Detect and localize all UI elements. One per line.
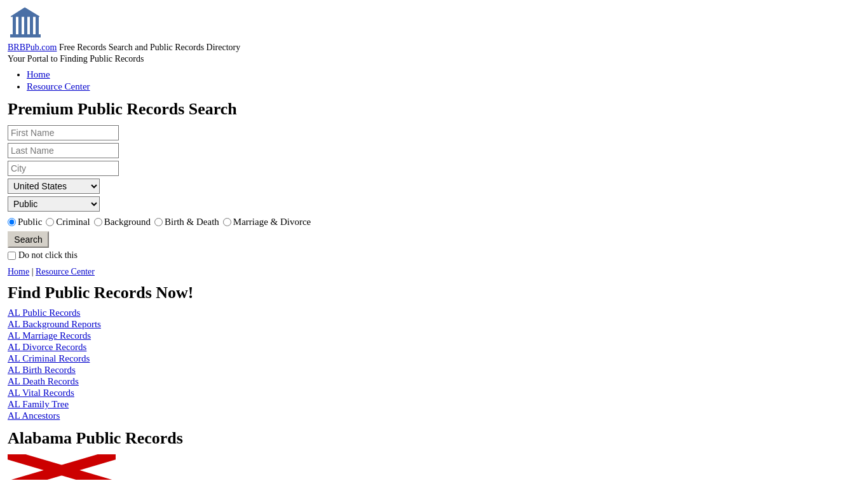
list-item: AL Marriage Records: [8, 330, 860, 341]
main-nav: Home Resource Center: [8, 69, 860, 92]
svg-rect-3: [24, 17, 27, 34]
nav-item-home: Home: [27, 69, 860, 80]
search-button[interactable]: Search: [8, 231, 49, 248]
link-al-marriage-records[interactable]: AL Marriage Records: [8, 330, 91, 341]
do-not-click-checkbox[interactable]: [8, 252, 16, 260]
find-heading: Find Public Records Now!: [8, 283, 860, 302]
svg-rect-2: [18, 17, 22, 34]
radio-birth-death[interactable]: [154, 218, 163, 226]
link-al-family-tree[interactable]: AL Family Tree: [8, 399, 69, 409]
first-name-input[interactable]: [8, 125, 119, 140]
radio-label-birth-death[interactable]: Birth & Death: [154, 217, 219, 227]
radio-marriage-divorce[interactable]: [223, 218, 231, 226]
radio-label-background[interactable]: Background: [94, 217, 151, 227]
list-item: AL Criminal Records: [8, 353, 860, 364]
svg-rect-4: [30, 17, 33, 34]
last-name-input[interactable]: [8, 143, 119, 158]
link-al-ancestors[interactable]: AL Ancestors: [8, 410, 60, 421]
radio-criminal-label: Criminal: [56, 217, 90, 227]
link-al-death-records[interactable]: AL Death Records: [8, 376, 79, 386]
site-title-suffix: Free Records Search and Public Records D…: [57, 43, 240, 52]
breadcrumb-resource[interactable]: Resource Center: [36, 267, 95, 276]
records-links-list: AL Public Records AL Background Reports …: [8, 308, 860, 421]
radio-criminal[interactable]: [46, 218, 54, 226]
radio-background-label: Background: [104, 217, 151, 227]
list-item: AL Background Reports: [8, 319, 860, 330]
city-input[interactable]: [8, 161, 119, 176]
radio-background[interactable]: [94, 218, 102, 226]
alabama-heading: Alabama Public Records: [8, 429, 860, 448]
radio-public[interactable]: [8, 218, 16, 226]
nav-list: Home Resource Center: [27, 69, 860, 92]
link-al-public-records[interactable]: AL Public Records: [8, 308, 80, 318]
site-title-link[interactable]: BRBPub.com: [8, 43, 57, 52]
header: [8, 5, 860, 40]
record-type-radios: Public Criminal Background Birth & Death…: [8, 217, 860, 227]
link-al-vital-records[interactable]: AL Vital Records: [8, 388, 74, 398]
svg-marker-0: [11, 8, 39, 17]
list-item: AL Family Tree: [8, 399, 860, 410]
link-al-birth-records[interactable]: AL Birth Records: [8, 365, 76, 375]
radio-birth-death-label: Birth & Death: [165, 217, 219, 227]
radio-public-label: Public: [18, 217, 42, 227]
svg-rect-6: [10, 34, 41, 37]
link-al-background-reports[interactable]: AL Background Reports: [8, 319, 101, 329]
site-title-line: BRBPub.com Free Records Search and Publi…: [8, 43, 860, 53]
site-logo: [8, 5, 43, 40]
list-item: AL Divorce Records: [8, 342, 860, 353]
list-item: AL Vital Records: [8, 388, 860, 398]
search-section: Premium Public Records Search United Sta…: [8, 100, 860, 261]
nav-link-home[interactable]: Home: [27, 69, 50, 79]
nav-item-resource: Resource Center: [27, 81, 860, 92]
record-type-select[interactable]: Public: [8, 196, 100, 212]
checkbox-row: Do not click this: [8, 250, 860, 261]
radio-label-criminal[interactable]: Criminal: [46, 217, 90, 227]
radio-label-marriage-divorce[interactable]: Marriage & Divorce: [223, 217, 311, 227]
list-item: AL Public Records: [8, 308, 860, 318]
breadcrumb-home[interactable]: Home: [8, 267, 29, 276]
radio-marriage-divorce-label: Marriage & Divorce: [233, 217, 311, 227]
find-records-section: Find Public Records Now! AL Public Recor…: [8, 283, 860, 421]
alabama-section: Alabama Public Records: [8, 429, 860, 480]
list-item: AL Ancestors: [8, 410, 860, 421]
search-form: United States Public: [8, 125, 860, 212]
alabama-flag: [8, 454, 116, 480]
list-item: AL Birth Records: [8, 365, 860, 376]
link-al-divorce-records[interactable]: AL Divorce Records: [8, 342, 86, 352]
svg-rect-5: [36, 17, 39, 34]
do-not-click-label: Do not click this: [18, 250, 78, 261]
nav-link-resource[interactable]: Resource Center: [27, 81, 90, 92]
breadcrumb-mid: Home | Resource Center: [8, 267, 860, 277]
search-heading: Premium Public Records Search: [8, 100, 860, 119]
site-tagline: Your Portal to Finding Public Records: [8, 54, 860, 64]
list-item: AL Death Records: [8, 376, 860, 387]
link-al-criminal-records[interactable]: AL Criminal Records: [8, 353, 90, 363]
radio-label-public[interactable]: Public: [8, 217, 42, 227]
svg-rect-1: [13, 17, 16, 34]
state-select[interactable]: United States: [8, 179, 100, 194]
